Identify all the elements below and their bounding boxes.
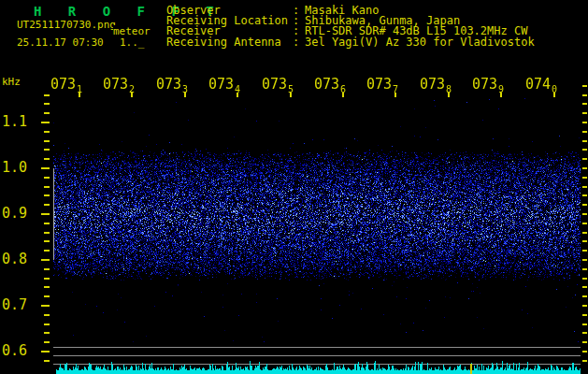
time-label-main: 073 (156, 76, 181, 93)
axis-tick (582, 122, 587, 123)
axis-tick (582, 94, 587, 96)
axis-tick (582, 131, 587, 133)
freq-label: 0.6 (2, 344, 27, 358)
time-label-main: 073 (472, 76, 497, 93)
time-label: 0740 (525, 78, 557, 93)
axis-tick (582, 240, 587, 242)
time-label-minute-digit: 2 (129, 84, 135, 94)
axis-tick (582, 232, 587, 234)
axis-tick (582, 186, 587, 188)
axis-tick (44, 177, 50, 179)
level-reference-line (53, 347, 581, 348)
axis-tick (44, 194, 50, 196)
time-label-main: 073 (366, 76, 392, 93)
axis-tick (582, 158, 587, 160)
time-label: 0738 (420, 78, 452, 93)
axis-tick (582, 149, 587, 151)
axis-tick (41, 259, 50, 261)
axis-tick (582, 213, 587, 215)
file-label: UT2511170730.png (17, 19, 116, 31)
axis-tick (582, 112, 587, 114)
time-label-main: 073 (103, 76, 128, 93)
axis-tick (582, 167, 587, 169)
time-label-minute-digit: 0 (552, 84, 557, 94)
axis-tick (41, 122, 50, 123)
time-label-minute-digit: 6 (340, 84, 346, 94)
time-label-minute-digit: 8 (446, 84, 452, 94)
time-label: 0737 (366, 78, 398, 93)
axis-tick (44, 250, 50, 252)
freq-label: 1.1 (2, 115, 27, 129)
axis-tick (44, 204, 50, 206)
freq-label: 0.9 (2, 207, 27, 221)
axis-tick (44, 131, 50, 133)
axis-tick (44, 341, 50, 343)
time-label: 0731 (50, 78, 82, 93)
axis-tick (582, 295, 587, 297)
freq-label: 1.0 (2, 161, 27, 175)
axis-tick (582, 351, 587, 352)
time-label-minute-digit: 9 (498, 84, 504, 94)
axis-tick (41, 213, 50, 215)
time-label-main: 074 (525, 76, 551, 93)
axis-tick (582, 85, 587, 87)
axis-tick (582, 305, 587, 307)
axis-tick (44, 360, 50, 362)
time-label: 0733 (156, 78, 188, 93)
time-label: 0735 (262, 78, 294, 93)
axis-tick (582, 332, 587, 334)
axis-tick (44, 232, 50, 234)
axis-tick (41, 167, 50, 169)
axis-tick (44, 295, 50, 297)
time-label: 0734 (208, 78, 240, 93)
axis-tick (582, 223, 587, 224)
time-label-main: 073 (314, 76, 339, 93)
spectrogram-noise-canvas (53, 98, 581, 344)
axis-tick (582, 204, 587, 206)
axis-tick (44, 223, 50, 224)
axis-tick (582, 194, 587, 196)
axis-tick (582, 314, 587, 316)
count-label: 1.._ (120, 36, 145, 49)
time-label-minute-digit: 4 (235, 84, 240, 94)
freq-label: 0.8 (2, 252, 27, 266)
axis-tick (582, 250, 587, 252)
time-label: 0739 (472, 78, 504, 93)
time-label-minute-digit: 7 (393, 84, 398, 94)
axis-tick (44, 140, 50, 142)
axis-tick (44, 324, 50, 325)
time-label-minute-digit: 3 (182, 84, 188, 94)
signal-level-strip-canvas (56, 358, 581, 374)
axis-tick (44, 158, 50, 160)
axis-tick (41, 305, 50, 307)
hrofft-screen: { "header": { "app_title": "H R O F F T"… (0, 0, 588, 374)
info-value: 3el Yagi(V) Az 330 for Vladivostok (305, 36, 535, 48)
axis-tick (44, 149, 50, 151)
time-label-main: 073 (262, 76, 287, 93)
axis-tick (44, 103, 50, 105)
axis-tick (582, 177, 587, 179)
axis-tick (44, 278, 50, 280)
axis-tick (44, 112, 50, 114)
axis-tick (44, 314, 50, 316)
axis-tick (582, 259, 587, 261)
time-label-minute-digit: 5 (288, 84, 294, 94)
axis-tick (582, 324, 587, 325)
info-label: Receiving Antenna (166, 36, 281, 48)
axis-tick (582, 360, 587, 362)
time-label-main: 073 (420, 76, 445, 93)
axis-tick (582, 278, 587, 280)
axis-tick (582, 341, 587, 343)
freq-label: 0.7 (2, 298, 27, 312)
axis-tick (582, 286, 587, 288)
datetime-label: 25.11.17 07:30 (17, 36, 104, 49)
axis-tick (44, 286, 50, 288)
axis-tick (44, 268, 50, 270)
axis-tick (582, 103, 587, 105)
axis-tick (582, 140, 587, 142)
info-separator: : (293, 36, 299, 48)
axis-tick (41, 351, 50, 352)
axis-tick (44, 332, 50, 334)
level-reference-line (53, 355, 581, 356)
time-label: 0732 (103, 78, 135, 93)
